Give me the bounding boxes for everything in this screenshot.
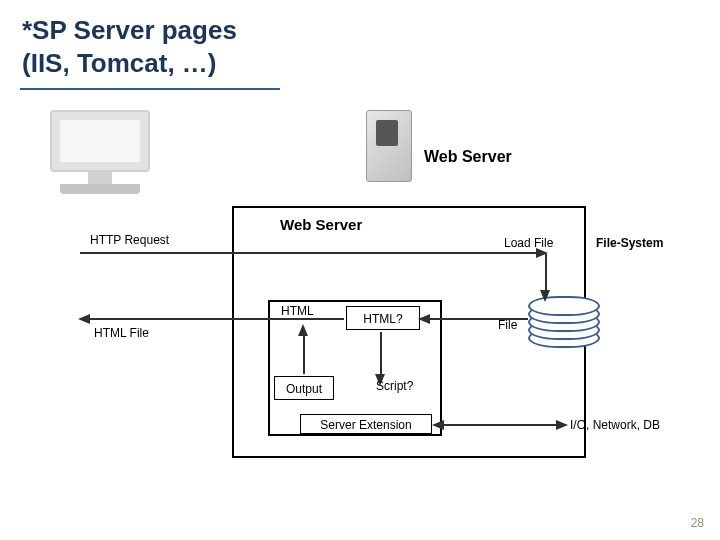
html-file-label: HTML File xyxy=(94,326,149,340)
load-file-label: Load File xyxy=(504,236,553,250)
html-question-box: HTML? xyxy=(346,306,420,330)
server-tower-icon xyxy=(358,106,420,186)
output-box: Output xyxy=(274,376,334,400)
server-extension-label: Server Extension xyxy=(300,414,432,434)
file-label: File xyxy=(498,318,517,332)
html-label: HTML xyxy=(281,304,314,318)
html-return-arrow xyxy=(78,314,90,324)
page-number: 28 xyxy=(691,516,704,530)
slide-title: *SP Server pages (IIS, Tomcat, …) xyxy=(22,14,237,79)
io-arrow-line xyxy=(444,424,556,426)
output-up-arrow xyxy=(298,324,308,336)
htmlq-down-line xyxy=(380,332,382,376)
io-network-db-label: I/O, Network, DB xyxy=(570,418,660,432)
title-line-2: (IIS, Tomcat, …) xyxy=(22,48,217,78)
io-arrow-left xyxy=(432,420,444,430)
file-system-label: File-System xyxy=(596,236,663,250)
file-arrow-line xyxy=(428,318,528,320)
title-underline xyxy=(20,88,280,90)
http-request-label: HTTP Request xyxy=(90,233,169,247)
web-server-box-title: Web Server xyxy=(280,216,362,233)
script-question-label: Script? xyxy=(376,379,413,393)
load-to-disk-arrow xyxy=(540,290,550,302)
disk-stack-icon xyxy=(528,292,600,354)
load-to-disk-down xyxy=(545,254,547,294)
output-up-line xyxy=(303,334,305,374)
html-return-line xyxy=(88,318,344,320)
http-request-line xyxy=(80,252,536,254)
io-arrow-right xyxy=(556,420,568,430)
client-computer-icon xyxy=(30,110,170,210)
title-line-1: *SP Server pages xyxy=(22,15,237,45)
file-arrow-head xyxy=(418,314,430,324)
server-label: Web Server xyxy=(424,148,512,166)
